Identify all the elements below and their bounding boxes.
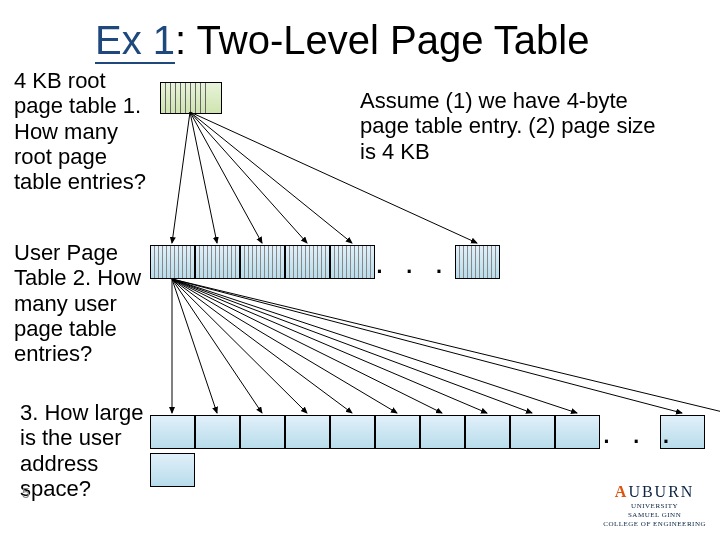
- svg-line-8: [172, 279, 262, 413]
- page-number: 5: [22, 485, 30, 501]
- note-assume: Assume (1) we have 4-byte page table ent…: [360, 88, 660, 164]
- svg-line-14: [172, 279, 532, 413]
- svg-line-13: [172, 279, 487, 413]
- svg-line-3: [190, 112, 307, 243]
- svg-line-10: [172, 279, 352, 413]
- slide-title: Ex 1: Two-Level Page Table: [95, 18, 589, 63]
- svg-line-17: [172, 279, 720, 413]
- note-root: 4 KB root page table 1. How many root pa…: [14, 68, 154, 194]
- svg-line-1: [190, 112, 217, 243]
- svg-line-4: [190, 112, 352, 243]
- note-space: 3. How large is the user address space?: [20, 400, 150, 501]
- ellipsis-icon: . . .: [375, 244, 449, 281]
- svg-line-9: [172, 279, 307, 413]
- svg-line-2: [190, 112, 262, 243]
- svg-line-12: [172, 279, 442, 413]
- note-user: User Page Table 2. How many user page ta…: [14, 240, 154, 366]
- root-page-table: [160, 82, 222, 114]
- svg-line-15: [172, 279, 577, 413]
- svg-line-7: [172, 279, 217, 413]
- svg-line-0: [172, 112, 190, 243]
- ellipsis-icon: . . .: [602, 414, 676, 451]
- svg-line-11: [172, 279, 397, 413]
- auburn-logo: AUBURN UNIVERSITY SAMUEL GINN COLLEGE OF…: [603, 483, 706, 528]
- svg-line-16: [172, 279, 682, 413]
